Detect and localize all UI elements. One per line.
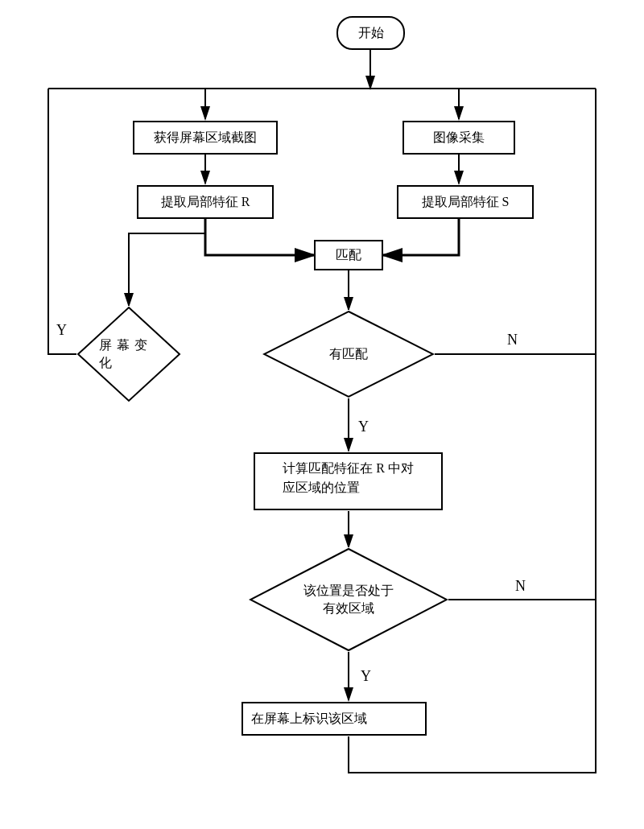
decision-in-valid-area: 该位置是否处于 有效区域 xyxy=(249,547,448,652)
label-y-screen-change: Y xyxy=(56,322,67,339)
start-label: 开始 xyxy=(358,25,384,42)
label-n-has-match: N xyxy=(507,332,518,349)
feature-s-label: 提取局部特征 S xyxy=(422,192,510,212)
process-match: 匹配 xyxy=(314,240,383,270)
process-feature-r: 提取局部特征 R xyxy=(137,185,274,219)
label-y-in-valid: Y xyxy=(361,668,371,685)
capture-image-label: 图像采集 xyxy=(433,128,485,147)
match-label: 匹配 xyxy=(336,245,361,265)
process-capture-screen: 获得屏幕区域截图 xyxy=(133,121,278,155)
process-mark-area: 在屏幕上标识该区域 xyxy=(242,702,427,736)
feature-r-label: 提取局部特征 R xyxy=(161,192,250,212)
calc-position-text: 计算匹配特征在 R 中对 应区域的位置 xyxy=(283,459,414,497)
has-match-text: 有匹配 xyxy=(329,345,368,363)
screen-change-text: 屏幕变 化 xyxy=(99,336,152,373)
process-feature-s: 提取局部特征 S xyxy=(397,185,534,219)
label-y-has-match: Y xyxy=(358,419,369,435)
process-capture-image: 图像采集 xyxy=(402,121,515,155)
in-valid-text: 该位置是否处于 有效区域 xyxy=(303,582,394,618)
decision-screen-change: 屏幕变 化 xyxy=(76,306,181,402)
mark-area-label: 在屏幕上标识该区域 xyxy=(251,709,367,728)
start-terminator: 开始 xyxy=(336,16,405,50)
label-n-in-valid: N xyxy=(515,578,526,595)
flowchart-canvas: 开始 获得屏幕区域截图 图像采集 提取局部特征 R 提取局部特征 S 匹配 屏幕… xyxy=(0,0,644,829)
capture-screen-label: 获得屏幕区域截图 xyxy=(154,128,257,147)
process-calc-position: 计算匹配特征在 R 中对 应区域的位置 xyxy=(254,452,443,510)
decision-has-match: 有匹配 xyxy=(262,310,435,398)
